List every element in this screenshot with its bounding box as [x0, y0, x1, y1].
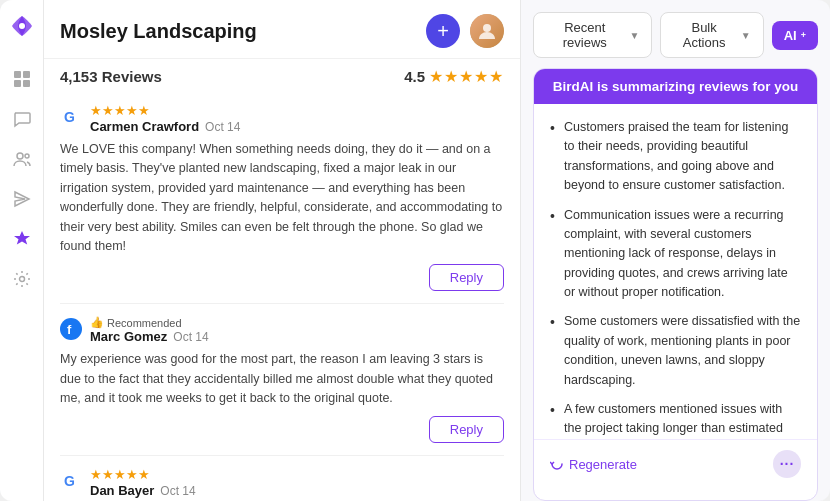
rating-row: 4.5 ★★★★★ — [404, 67, 504, 86]
sidebar-item-grid[interactable] — [11, 68, 33, 90]
ai-summary-header: BirdAI is summarizing reviews for you — [534, 69, 817, 104]
review-author-3: Dan Bayer — [90, 483, 154, 498]
svg-point-0 — [19, 23, 25, 29]
google-icon-3: G — [60, 470, 82, 492]
review-date-2: Oct 14 — [173, 330, 208, 344]
sidebar-item-gear[interactable] — [11, 268, 33, 290]
right-panel: Recent reviews ▼ Bulk Actions ▼ AI+ Bird… — [520, 0, 830, 501]
svg-text:G: G — [64, 109, 75, 125]
sidebar-item-send[interactable] — [11, 188, 33, 210]
main-content: Mosley Landscaping + 4,153 Reviews 4.5 ★… — [44, 0, 520, 501]
bulk-actions-dropdown[interactable]: Bulk Actions ▼ — [660, 12, 763, 58]
review-stars-3: ★★★★★ — [90, 468, 504, 481]
reply-row-2: Reply — [60, 416, 504, 443]
sidebar-item-users[interactable] — [11, 148, 33, 170]
regenerate-label: Regenerate — [569, 457, 637, 472]
reviews-list: G ★★★★★ Carmen Crawford Oct 14 We LOVE t… — [44, 92, 520, 501]
reply-row-1: Reply — [60, 264, 504, 291]
review-date-3: Oct 14 — [160, 484, 195, 498]
review-author-1: Carmen Crawford — [90, 119, 199, 134]
svg-rect-3 — [14, 80, 21, 87]
review-stars-1: ★★★★★ — [90, 104, 504, 117]
review-date-1: Oct 14 — [205, 120, 240, 134]
review-card-1: G ★★★★★ Carmen Crawford Oct 14 We LOVE t… — [60, 92, 504, 304]
review-card-2: f 👍 Recommended Marc Gomez Oct 14 My exp… — [60, 304, 504, 456]
svg-point-7 — [19, 277, 24, 282]
svg-point-6 — [25, 154, 29, 158]
business-name: Mosley Landscaping — [60, 20, 416, 43]
review-author-row-2: Marc Gomez Oct 14 — [90, 329, 504, 344]
bulk-actions-label: Bulk Actions — [673, 20, 734, 50]
ai-summary-list: Customers praised the team for listening… — [550, 118, 801, 439]
sidebar-item-chat[interactable] — [11, 108, 33, 130]
more-options-button[interactable]: ··· — [773, 450, 801, 478]
ai-summary-item-1: Customers praised the team for listening… — [550, 118, 801, 196]
review-meta-2: 👍 Recommended Marc Gomez Oct 14 — [90, 316, 504, 344]
review-author-row-1: Carmen Crawford Oct 14 — [90, 119, 504, 134]
regenerate-button[interactable]: Regenerate — [550, 457, 637, 472]
ai-summary-body: Customers praised the team for listening… — [534, 104, 817, 439]
sidebar-logo[interactable] — [8, 12, 36, 50]
svg-text:f: f — [67, 322, 72, 337]
right-panel-toolbar: Recent reviews ▼ Bulk Actions ▼ AI+ — [521, 0, 830, 68]
chevron-down-icon: ▼ — [630, 30, 640, 41]
svg-point-8 — [483, 24, 491, 32]
reply-button-1[interactable]: Reply — [429, 264, 504, 291]
ai-summary-item-3: Some customers were dissatisfied with th… — [550, 312, 801, 390]
svg-rect-1 — [14, 71, 21, 78]
review-header-3: G ★★★★★ Dan Bayer Oct 14 — [60, 468, 504, 498]
review-author-row-3: Dan Bayer Oct 14 — [90, 483, 504, 498]
review-text-1: We LOVE this company! When something nee… — [60, 140, 504, 256]
ai-summary-panel: BirdAI is summarizing reviews for you Cu… — [533, 68, 818, 501]
svg-rect-2 — [23, 71, 30, 78]
ai-summary-item-2: Communication issues were a recurring co… — [550, 206, 801, 303]
review-meta-1: ★★★★★ Carmen Crawford Oct 14 — [90, 104, 504, 134]
reply-button-2[interactable]: Reply — [429, 416, 504, 443]
reviews-count: 4,153 Reviews — [60, 68, 404, 85]
svg-text:G: G — [64, 473, 75, 489]
review-meta-3: ★★★★★ Dan Bayer Oct 14 — [90, 468, 504, 498]
google-icon-1: G — [60, 106, 82, 128]
rating-number: 4.5 — [404, 68, 425, 85]
add-button[interactable]: + — [426, 14, 460, 48]
ai-summary-item-4: A few customers mentioned issues with th… — [550, 400, 801, 439]
svg-point-5 — [17, 153, 23, 159]
main-header: Mosley Landscaping + — [44, 0, 520, 59]
rating-stars: ★★★★★ — [429, 67, 504, 86]
chevron-down-icon-2: ▼ — [741, 30, 751, 41]
review-header-1: G ★★★★★ Carmen Crawford Oct 14 — [60, 104, 504, 134]
recent-reviews-dropdown[interactable]: Recent reviews ▼ — [533, 12, 652, 58]
ai-plus-label: + — [801, 30, 806, 40]
review-card-3: G ★★★★★ Dan Bayer Oct 14 They were able … — [60, 456, 504, 501]
review-author-2: Marc Gomez — [90, 329, 167, 344]
review-header-2: f 👍 Recommended Marc Gomez Oct 14 — [60, 316, 504, 344]
sidebar-item-star[interactable] — [11, 228, 33, 250]
facebook-icon-2: f — [60, 318, 82, 340]
regenerate-icon — [550, 457, 564, 471]
ai-button[interactable]: AI+ — [772, 21, 818, 50]
avatar[interactable] — [470, 14, 504, 48]
review-recommended-2: 👍 Recommended — [90, 316, 504, 329]
svg-rect-4 — [23, 80, 30, 87]
recent-reviews-label: Recent reviews — [546, 20, 624, 50]
review-text-2: My experience was good for the most part… — [60, 350, 504, 408]
sidebar — [0, 0, 44, 501]
ai-summary-footer: Regenerate ··· — [534, 439, 817, 488]
reviews-summary-row: 4,153 Reviews 4.5 ★★★★★ — [44, 59, 520, 92]
ai-label: AI — [784, 28, 797, 43]
